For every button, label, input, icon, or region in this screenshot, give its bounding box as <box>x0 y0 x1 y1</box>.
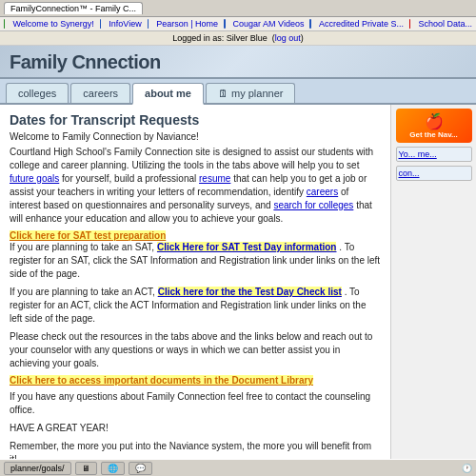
browser-tab[interactable]: FamilyConnection™ - Family C... <box>4 2 143 14</box>
bookmark-icon-infoview <box>100 19 101 29</box>
body-paragraph-1: Courtland High School's Family Connectio… <box>10 146 381 226</box>
title-prefix: Family C <box>10 51 85 72</box>
body-text-1a: Courtland High School's Family Connectio… <box>10 147 373 170</box>
tab-label: FamilyConnection™ - Family C... <box>10 4 136 13</box>
body-text-1b: for yourself, build a professional <box>62 173 196 184</box>
logout-link[interactable]: log out <box>275 33 301 43</box>
act-paragraph: If you are planning to take an ACT, Clic… <box>10 286 381 326</box>
taskbar-item-planner[interactable]: planner/goals/ <box>4 462 71 475</box>
nav-tabs: colleges careers about me 🗓 my planner <box>0 79 476 105</box>
sat-section: Click here for SAT test preparation If y… <box>10 230 381 281</box>
bookmark-school[interactable]: School Data... <box>418 19 472 29</box>
act-section: If you are planning to take an ACT, Clic… <box>10 286 381 326</box>
content-area: Dates for Transcript Requests Welcome to… <box>0 105 390 476</box>
tab-my-planner[interactable]: 🗓 my planner <box>206 83 295 103</box>
sidebar-link-2[interactable]: con... <box>396 166 472 181</box>
taskbar-item-3[interactable]: 🌐 <box>101 462 125 475</box>
browser-chrome: FamilyConnection™ - Family C... Welcome … <box>0 0 476 31</box>
taskbar-icon-computer: 🖥 <box>82 464 90 473</box>
doc-section: Click here to access important documents… <box>10 375 381 386</box>
main-content: Dates for Transcript Requests Welcome to… <box>0 105 476 476</box>
tab-careers[interactable]: careers <box>70 83 130 103</box>
bookmark-accredited[interactable]: Accredited Private S... <box>319 19 404 29</box>
clock-icon: 🕐 <box>462 464 472 473</box>
bookmark-bar: Welcome to Synergy! InfoView Pearson | H… <box>0 17 476 31</box>
site-title: Family Cnnection <box>10 51 466 73</box>
app-store-banner[interactable]: 🍎 Get the Nav... <box>396 109 472 143</box>
right-sidebar: 🍎 Get the Nav... Yo... me... con... <box>390 105 476 476</box>
tab-about-me[interactable]: about me <box>132 83 204 105</box>
title-main: nnection <box>85 51 160 72</box>
sat-day-link[interactable]: Click Here for SAT Test Day information <box>157 242 337 252</box>
act-text-1: If you are planning to take an ACT, <box>10 287 155 297</box>
taskbar-icon-browser: 🌐 <box>108 464 118 473</box>
sat-text-1: If you are planning to take an SAT, <box>10 242 154 252</box>
taskbar-system-icons: 🕐 <box>462 464 472 473</box>
bookmark-infoview[interactable]: InfoView <box>109 19 141 29</box>
bookmark-pearson[interactable]: Pearson | Home <box>156 19 218 29</box>
apple-icon: 🍎 <box>400 112 468 130</box>
sat-prep-link[interactable]: Click here for SAT test preparation <box>10 230 166 241</box>
taskbar-icon-chat: 💬 <box>135 464 146 473</box>
site-header: Family Cnnection <box>0 46 476 79</box>
careers-link[interactable]: careers <box>307 187 338 197</box>
bookmark-icon-cougar <box>224 19 225 29</box>
banner-title: Get the Nav... <box>409 130 458 139</box>
bookmark-icon-pearson <box>148 19 149 29</box>
bookmark-icon-school <box>409 19 410 29</box>
welcome-text: Welcome to Family Connection by Naviance… <box>10 131 381 142</box>
tab-colleges[interactable]: colleges <box>6 83 69 103</box>
bookmark-icon-accredited <box>309 19 310 29</box>
login-bar: Logged in as: Silver Blue (log out) <box>0 31 476 46</box>
page-title: Dates for Transcript Requests <box>10 112 381 128</box>
taskbar-item-2[interactable]: 🖥 <box>75 462 97 475</box>
bookmark-icon-synergy <box>4 19 5 29</box>
doc-library-link[interactable]: Click here to access important documents… <box>10 375 313 386</box>
sidebar-link-1[interactable]: Yo... me... <box>396 147 472 162</box>
taskbar: planner/goals/ 🖥 🌐 💬 🕐 <box>0 459 476 476</box>
act-checklist-link[interactable]: Click here for the the Test Day Check li… <box>158 287 342 297</box>
taskbar-item-4[interactable]: 💬 <box>129 462 152 475</box>
login-text: Logged in as: Silver Blue <box>172 33 268 43</box>
future-goals-link[interactable]: future goals <box>10 173 59 184</box>
counselor-paragraph: Please check out the resources in the ta… <box>10 330 381 370</box>
great-year-text: HAVE A GREAT YEAR! <box>10 422 381 435</box>
planner-icon: 🗓 <box>218 88 228 99</box>
contact-paragraph: If you have any questions about Family C… <box>10 390 381 417</box>
bookmark-cougar[interactable]: Cougar AM Videos <box>233 19 305 29</box>
sat-paragraph: If you are planning to take an SAT, Clic… <box>10 241 381 281</box>
browser-tab-bar: FamilyConnection™ - Family C... <box>0 0 476 17</box>
tab-planner-label: my planner <box>231 88 283 99</box>
search-colleges-link[interactable]: search for colleges <box>273 200 353 210</box>
bookmark-synergy[interactable]: Welcome to Synergy! <box>12 19 93 29</box>
resume-link[interactable]: resume <box>199 173 230 184</box>
